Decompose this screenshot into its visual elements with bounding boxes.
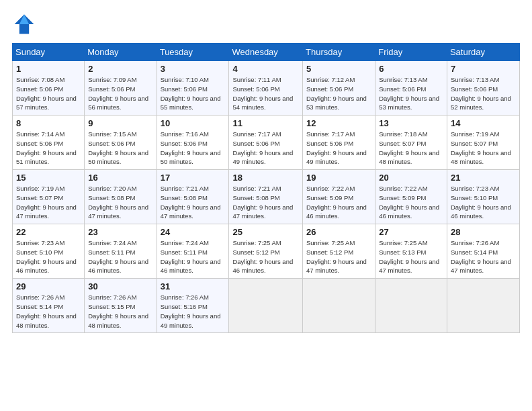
calendar-week-row: 29 Sunrise: 7:26 AMSunset: 5:14 PMDaylig… <box>13 279 520 333</box>
table-row: 12 Sunrise: 7:17 AMSunset: 5:06 PMDaylig… <box>303 116 375 170</box>
day-number: 13 <box>379 118 443 128</box>
calendar-week-row: 22 Sunrise: 7:23 AMSunset: 5:10 PMDaylig… <box>13 224 520 279</box>
day-number: 7 <box>451 64 516 74</box>
table-row: 23 Sunrise: 7:24 AMSunset: 5:11 PMDaylig… <box>85 224 157 279</box>
table-row: 31 Sunrise: 7:26 AMSunset: 5:16 PMDaylig… <box>157 279 229 333</box>
calendar-week-row: 1 Sunrise: 7:08 AMSunset: 5:06 PMDayligh… <box>13 61 520 116</box>
day-info: Sunrise: 7:12 AMSunset: 5:06 PMDaylight:… <box>306 76 367 111</box>
day-info: Sunrise: 7:19 AMSunset: 5:07 PMDaylight:… <box>451 130 511 165</box>
table-row: 27 Sunrise: 7:25 AMSunset: 5:13 PMDaylig… <box>375 224 447 279</box>
day-info: Sunrise: 7:18 AMSunset: 5:07 PMDaylight:… <box>379 130 439 165</box>
day-number: 10 <box>161 118 226 128</box>
table-row <box>303 279 375 333</box>
table-row: 14 Sunrise: 7:19 AMSunset: 5:07 PMDaylig… <box>447 116 519 170</box>
day-number: 31 <box>161 281 226 291</box>
table-row: 29 Sunrise: 7:26 AMSunset: 5:14 PMDaylig… <box>13 279 85 333</box>
day-number: 18 <box>232 173 299 183</box>
day-info: Sunrise: 7:26 AMSunset: 5:14 PMDaylight:… <box>451 239 511 274</box>
day-number: 6 <box>379 64 443 74</box>
table-row <box>447 279 519 333</box>
day-number: 23 <box>88 227 152 237</box>
day-info: Sunrise: 7:23 AMSunset: 5:10 PMDaylight:… <box>451 185 511 220</box>
day-number: 14 <box>451 118 516 128</box>
table-row: 10 Sunrise: 7:16 AMSunset: 5:06 PMDaylig… <box>157 116 229 170</box>
day-info: Sunrise: 7:25 AMSunset: 5:12 PMDaylight:… <box>306 239 367 274</box>
table-row: 16 Sunrise: 7:20 AMSunset: 5:08 PMDaylig… <box>85 170 157 224</box>
day-info: Sunrise: 7:10 AMSunset: 5:06 PMDaylight:… <box>161 76 221 111</box>
day-info: Sunrise: 7:21 AMSunset: 5:08 PMDaylight:… <box>161 185 221 220</box>
day-number: 26 <box>306 227 371 237</box>
day-number: 4 <box>232 64 299 74</box>
table-row: 9 Sunrise: 7:15 AMSunset: 5:06 PMDayligh… <box>85 116 157 170</box>
day-number: 22 <box>16 227 81 237</box>
day-info: Sunrise: 7:17 AMSunset: 5:06 PMDaylight:… <box>306 130 367 165</box>
day-info: Sunrise: 7:21 AMSunset: 5:08 PMDaylight:… <box>232 185 293 220</box>
day-number: 19 <box>306 173 371 183</box>
day-info: Sunrise: 7:24 AMSunset: 5:11 PMDaylight:… <box>161 239 221 274</box>
day-number: 17 <box>161 173 226 183</box>
day-number: 11 <box>232 118 299 128</box>
day-number: 21 <box>451 173 516 183</box>
day-number: 28 <box>451 227 516 237</box>
day-info: Sunrise: 7:11 AMSunset: 5:06 PMDaylight:… <box>232 76 293 111</box>
day-number: 1 <box>16 64 81 74</box>
day-number: 29 <box>16 281 81 291</box>
logo-icon <box>12 12 36 36</box>
table-row: 20 Sunrise: 7:22 AMSunset: 5:09 PMDaylig… <box>375 170 447 224</box>
day-number: 12 <box>306 118 371 128</box>
table-row: 22 Sunrise: 7:23 AMSunset: 5:10 PMDaylig… <box>13 224 85 279</box>
table-row: 7 Sunrise: 7:13 AMSunset: 5:06 PMDayligh… <box>447 61 519 116</box>
day-number: 16 <box>88 173 152 183</box>
table-row: 15 Sunrise: 7:19 AMSunset: 5:07 PMDaylig… <box>13 170 85 224</box>
table-row: 13 Sunrise: 7:18 AMSunset: 5:07 PMDaylig… <box>375 116 447 170</box>
table-row: 25 Sunrise: 7:25 AMSunset: 5:12 PMDaylig… <box>229 224 303 279</box>
table-row: 1 Sunrise: 7:08 AMSunset: 5:06 PMDayligh… <box>13 61 85 116</box>
day-info: Sunrise: 7:22 AMSunset: 5:09 PMDaylight:… <box>379 185 439 220</box>
day-info: Sunrise: 7:13 AMSunset: 5:06 PMDaylight:… <box>379 76 439 111</box>
day-number: 25 <box>232 227 299 237</box>
day-number: 5 <box>306 64 371 74</box>
th-tuesday: Tuesday <box>157 44 229 61</box>
table-row: 2 Sunrise: 7:09 AMSunset: 5:06 PMDayligh… <box>85 61 157 116</box>
th-saturday: Saturday <box>447 44 519 61</box>
day-number: 8 <box>16 118 81 128</box>
calendar-table: Sunday Monday Tuesday Wednesday Thursday… <box>12 43 520 333</box>
th-monday: Monday <box>85 44 157 61</box>
calendar-week-row: 8 Sunrise: 7:14 AMSunset: 5:06 PMDayligh… <box>13 116 520 170</box>
day-info: Sunrise: 7:14 AMSunset: 5:06 PMDaylight:… <box>16 130 77 165</box>
day-info: Sunrise: 7:17 AMSunset: 5:06 PMDaylight:… <box>232 130 293 165</box>
table-row: 19 Sunrise: 7:22 AMSunset: 5:09 PMDaylig… <box>303 170 375 224</box>
th-wednesday: Wednesday <box>229 44 303 61</box>
table-row: 5 Sunrise: 7:12 AMSunset: 5:06 PMDayligh… <box>303 61 375 116</box>
day-info: Sunrise: 7:13 AMSunset: 5:06 PMDaylight:… <box>451 76 511 111</box>
table-row <box>229 279 303 333</box>
day-info: Sunrise: 7:26 AMSunset: 5:15 PMDaylight:… <box>88 293 148 328</box>
day-info: Sunrise: 7:09 AMSunset: 5:06 PMDaylight:… <box>88 76 148 111</box>
day-number: 27 <box>379 227 443 237</box>
day-number: 2 <box>88 64 152 74</box>
day-number: 9 <box>88 118 152 128</box>
day-info: Sunrise: 7:15 AMSunset: 5:06 PMDaylight:… <box>88 130 148 165</box>
calendar-week-row: 15 Sunrise: 7:19 AMSunset: 5:07 PMDaylig… <box>13 170 520 224</box>
table-row: 17 Sunrise: 7:21 AMSunset: 5:08 PMDaylig… <box>157 170 229 224</box>
th-friday: Friday <box>375 44 447 61</box>
table-row: 21 Sunrise: 7:23 AMSunset: 5:10 PMDaylig… <box>447 170 519 224</box>
page: Sunday Monday Tuesday Wednesday Thursday… <box>0 0 532 411</box>
day-info: Sunrise: 7:22 AMSunset: 5:09 PMDaylight:… <box>306 185 367 220</box>
day-info: Sunrise: 7:26 AMSunset: 5:14 PMDaylight:… <box>16 293 77 328</box>
table-row: 18 Sunrise: 7:21 AMSunset: 5:08 PMDaylig… <box>229 170 303 224</box>
table-row: 24 Sunrise: 7:24 AMSunset: 5:11 PMDaylig… <box>157 224 229 279</box>
day-number: 3 <box>161 64 226 74</box>
day-info: Sunrise: 7:20 AMSunset: 5:08 PMDaylight:… <box>88 185 148 220</box>
day-info: Sunrise: 7:19 AMSunset: 5:07 PMDaylight:… <box>16 185 77 220</box>
table-row: 28 Sunrise: 7:26 AMSunset: 5:14 PMDaylig… <box>447 224 519 279</box>
table-row: 8 Sunrise: 7:14 AMSunset: 5:06 PMDayligh… <box>13 116 85 170</box>
day-number: 15 <box>16 173 81 183</box>
th-thursday: Thursday <box>303 44 375 61</box>
table-row: 6 Sunrise: 7:13 AMSunset: 5:06 PMDayligh… <box>375 61 447 116</box>
day-info: Sunrise: 7:23 AMSunset: 5:10 PMDaylight:… <box>16 239 77 274</box>
day-info: Sunrise: 7:25 AMSunset: 5:12 PMDaylight:… <box>232 239 293 274</box>
table-row: 11 Sunrise: 7:17 AMSunset: 5:06 PMDaylig… <box>229 116 303 170</box>
day-info: Sunrise: 7:08 AMSunset: 5:06 PMDaylight:… <box>16 76 77 111</box>
table-row <box>375 279 447 333</box>
